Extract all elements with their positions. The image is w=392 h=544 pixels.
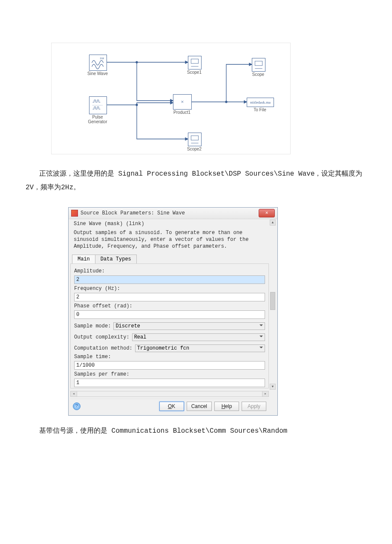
sample-mode-label: Sample mode:: [74, 323, 111, 329]
phase-input[interactable]: [74, 310, 265, 319]
output-complexity-select[interactable]: Real: [132, 333, 265, 341]
multiply-icon: ×: [173, 95, 191, 109]
block-scope: [252, 58, 265, 72]
apply-button[interactable]: Apply: [242, 402, 266, 411]
simulink-diagram: DSP Sine Wave PulseGenerator Scope1: [51, 43, 291, 154]
svg-point-0: [136, 61, 138, 63]
scroll-thumb[interactable]: [270, 292, 275, 310]
sample-mode-select[interactable]: Discrete: [113, 322, 265, 330]
block-product1: ×: [173, 94, 192, 110]
block-scope2: [188, 133, 202, 146]
tofile-label: To File: [254, 107, 266, 112]
block-sine-wave: DSP: [89, 55, 107, 71]
block-scope1: [188, 56, 202, 69]
mask-title: Sine Wave (mask) (link): [70, 219, 269, 228]
scroll-right-icon[interactable]: ▸: [262, 391, 268, 396]
amplitude-input[interactable]: [74, 275, 265, 284]
output-complexity-label: Output complexity:: [74, 334, 130, 340]
cancel-button[interactable]: Cancel: [187, 402, 212, 411]
simulink-icon: [71, 210, 78, 217]
samples-per-frame-label: Samples per frame:: [74, 371, 265, 377]
tab-data-types[interactable]: Data Types: [95, 255, 137, 263]
amplitude-label: Amplitude:: [74, 268, 265, 274]
frequency-input[interactable]: [74, 293, 265, 301]
pulse-gen-label: PulseGenerator: [88, 115, 107, 124]
svg-text:DSP: DSP: [100, 57, 104, 60]
svg-rect-6: [255, 61, 262, 65]
computation-method-label: Computation method:: [74, 345, 133, 351]
scope2-label: Scope2: [187, 147, 202, 151]
dialog-sine-wave-params: Source Block Parameters: Sine Wave ✕ ▲ ▼…: [68, 207, 278, 416]
body-paragraph-1: 正弦波源，这里使用的是 Signal Processing Blockset\D…: [26, 167, 366, 194]
mask-description: Output samples of a sinusoid. To generat…: [70, 228, 269, 254]
body-paragraph-2: 基带信号源，使用的是 Communications Blockset\Comm …: [26, 424, 366, 438]
computation-method-select[interactable]: Trigonometric fcn: [135, 344, 265, 352]
dialog-titlebar[interactable]: Source Block Parameters: Sine Wave ✕: [69, 208, 277, 219]
scope-label: Scope: [252, 72, 264, 77]
scroll-track[interactable]: [77, 391, 262, 396]
ok-button[interactable]: OK: [159, 402, 184, 411]
product1-label: Product1: [173, 110, 190, 115]
block-pulse-generator: [89, 96, 107, 114]
sine-wave-label: Sine Wave: [87, 71, 108, 76]
frequency-label: Frequency (Hz):: [74, 286, 265, 292]
help-icon[interactable]: ?: [73, 402, 81, 410]
dialog-vertical-scrollbar[interactable]: ▲ ▼: [270, 220, 276, 390]
scope-icon: [189, 57, 200, 68]
sine-wave-icon: DSP: [90, 56, 106, 69]
svg-rect-5: [191, 136, 198, 140]
sample-time-input[interactable]: [74, 361, 265, 370]
help-button[interactable]: Help: [214, 402, 239, 411]
scroll-left-icon[interactable]: ◂: [71, 391, 77, 396]
scroll-down-icon[interactable]: ▼: [270, 384, 276, 390]
scroll-up-icon[interactable]: ▲: [270, 220, 276, 226]
dialog-horizontal-scrollbar[interactable]: ◂ ▸: [70, 391, 269, 397]
pulse-icon: [90, 98, 106, 113]
tab-main[interactable]: Main: [72, 255, 95, 263]
phase-label: Phase offset (rad):: [74, 303, 265, 309]
scope-icon: [253, 59, 264, 70]
block-tofile: ntitledask.ma: [247, 98, 274, 107]
sample-time-label: Sample time:: [74, 354, 265, 360]
tofile-filename: ntitledask.ma: [250, 100, 271, 104]
tab-panel-main: Amplitude: Frequency (Hz): Phase offset …: [70, 263, 269, 388]
scope1-label: Scope1: [187, 70, 202, 75]
samples-per-frame-input[interactable]: [74, 379, 265, 387]
svg-rect-4: [191, 59, 198, 63]
dialog-title: Source Block Parameters: Sine Wave: [81, 210, 185, 216]
scope-icon: [189, 134, 200, 145]
svg-point-2: [225, 101, 227, 103]
svg-point-1: [136, 104, 138, 106]
close-button[interactable]: ✕: [259, 209, 275, 217]
